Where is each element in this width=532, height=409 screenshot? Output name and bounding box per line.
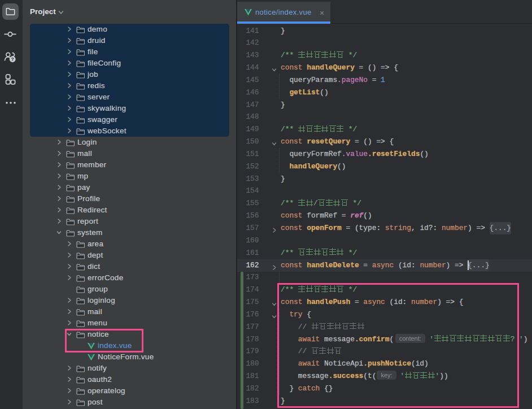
svg-text:?: ? [11,56,14,62]
